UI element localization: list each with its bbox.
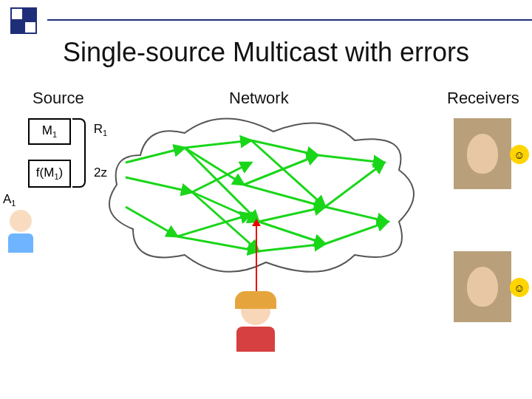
smile-face-icon: ☺ (510, 278, 529, 297)
cell-m1: M1 (28, 118, 71, 145)
slide-deco-icon (10, 7, 37, 34)
brace-icon (72, 118, 86, 188)
cell-fm1: f(M1) (28, 160, 71, 188)
receiver-1-portrait (454, 118, 511, 189)
col-label-source: Source (33, 89, 84, 108)
col-label-receivers: Receivers (447, 89, 519, 108)
source-user-icon (4, 210, 37, 254)
receiver-2-portrait (454, 251, 511, 322)
network-cloud-icon (103, 111, 421, 281)
slide-title: Single-source Multicast with errors (0, 37, 532, 68)
adversary-error-arrow (256, 225, 257, 301)
cell-fm1-text: f(M1) (36, 166, 63, 181)
col-label-network: Network (229, 89, 289, 108)
cell-m1-text: M1 (42, 124, 57, 139)
smile-face-icon: ☺ (510, 145, 529, 164)
adversary-icon (229, 296, 282, 361)
label-a1: A1 (3, 192, 16, 208)
